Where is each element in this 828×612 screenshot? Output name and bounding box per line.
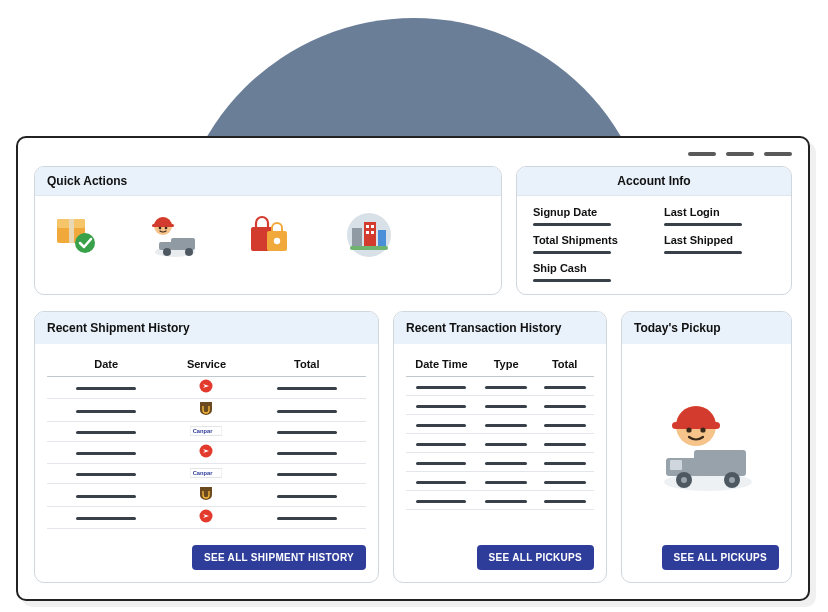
svg-rect-41 <box>672 422 720 429</box>
svg-rect-18 <box>364 222 376 248</box>
placeholder-line <box>76 517 136 520</box>
placeholder-line <box>76 452 136 455</box>
placeholder-line <box>544 500 586 503</box>
placeholder-line <box>485 443 527 446</box>
svg-rect-21 <box>371 225 374 228</box>
placeholder-line <box>485 386 527 389</box>
placeholder-line <box>277 452 337 455</box>
placeholder-line <box>544 386 586 389</box>
svg-rect-23 <box>371 231 374 234</box>
service-carrier-icon <box>190 510 222 522</box>
placeholder-line <box>544 462 586 465</box>
table-row[interactable] <box>406 472 594 491</box>
quick-action-shopping-icon[interactable] <box>241 210 301 260</box>
service-carrier-icon <box>190 487 222 499</box>
placeholder-line <box>664 223 742 226</box>
placeholder-line <box>416 500 466 503</box>
svg-point-7 <box>163 248 171 256</box>
placeholder-line <box>416 462 466 465</box>
svg-point-11 <box>159 227 162 230</box>
pickup-card: Today's Pickup <box>621 311 792 583</box>
table-row[interactable] <box>406 491 594 510</box>
app-window: Quick Actions <box>16 136 810 601</box>
transaction-table: Date Time Type Total <box>406 354 594 510</box>
svg-point-43 <box>700 427 705 432</box>
service-carrier-icon <box>190 445 222 457</box>
service-carrier-icon: Canpar <box>190 467 222 479</box>
account-item-label: Signup Date <box>533 206 644 218</box>
quick-action-city-icon[interactable] <box>339 210 399 260</box>
placeholder-line <box>76 410 136 413</box>
window-control-dash[interactable] <box>726 152 754 156</box>
window-control-dash[interactable] <box>688 152 716 156</box>
table-row[interactable] <box>406 434 594 453</box>
account-item-label: Last Shipped <box>664 234 775 246</box>
table-row[interactable] <box>47 442 366 464</box>
placeholder-line <box>277 387 337 390</box>
svg-rect-20 <box>366 225 369 228</box>
see-all-shipment-button[interactable]: SEE ALL SHIPMENT HISTORY <box>192 545 366 570</box>
table-row[interactable] <box>47 377 366 399</box>
account-info-title: Account Info <box>517 167 791 196</box>
see-all-pickups-button[interactable]: SEE ALL PICKUPS <box>662 545 779 570</box>
placeholder-line <box>416 386 466 389</box>
placeholder-line <box>485 500 527 503</box>
shipment-table: Date Service Total CanparCanpar <box>47 354 366 529</box>
shipment-history-card: Recent Shipment History Date Service Tot… <box>34 311 379 583</box>
table-row[interactable] <box>406 377 594 396</box>
pickup-title: Today's Pickup <box>622 312 791 344</box>
col-service: Service <box>165 354 247 377</box>
svg-text:Canpar: Canpar <box>193 428 214 434</box>
placeholder-line <box>277 517 337 520</box>
svg-point-15 <box>274 238 280 244</box>
placeholder-line <box>76 431 136 434</box>
transaction-history-card: Recent Transaction History Date Time Typ… <box>393 311 607 583</box>
placeholder-line <box>544 481 586 484</box>
service-carrier-icon <box>190 402 222 414</box>
svg-point-39 <box>729 477 735 483</box>
placeholder-line <box>533 251 611 254</box>
service-carrier-icon: Canpar <box>190 425 222 437</box>
col-date: Date <box>47 354 165 377</box>
transaction-history-title: Recent Transaction History <box>394 312 606 344</box>
table-row[interactable] <box>406 453 594 472</box>
placeholder-line <box>664 251 742 254</box>
col-type: Type <box>477 354 536 377</box>
courier-truck-icon <box>652 398 762 498</box>
table-row[interactable]: Canpar <box>47 422 366 442</box>
svg-point-42 <box>686 427 691 432</box>
placeholder-line <box>533 279 611 282</box>
see-all-transactions-button[interactable]: SEE ALL PICKUPS <box>477 545 594 570</box>
table-row[interactable] <box>406 396 594 415</box>
placeholder-line <box>485 424 527 427</box>
svg-text:Canpar: Canpar <box>193 470 214 476</box>
placeholder-line <box>416 481 466 484</box>
svg-point-3 <box>75 233 95 253</box>
placeholder-line <box>544 405 586 408</box>
placeholder-line <box>277 473 337 476</box>
window-controls <box>34 152 792 156</box>
table-row[interactable] <box>47 484 366 507</box>
svg-rect-5 <box>171 238 195 250</box>
account-item-label: Ship Cash <box>533 262 644 274</box>
quick-action-courier-icon[interactable] <box>143 210 203 260</box>
table-row[interactable] <box>406 415 594 434</box>
quick-action-package-icon[interactable] <box>45 210 105 260</box>
svg-rect-24 <box>350 246 388 250</box>
col-total: Total <box>535 354 594 377</box>
account-total-shipments: Total Shipments <box>533 234 644 254</box>
placeholder-line <box>277 431 337 434</box>
table-row[interactable] <box>47 507 366 529</box>
window-control-dash[interactable] <box>764 152 792 156</box>
svg-rect-17 <box>352 228 362 248</box>
account-last-shipped: Last Shipped <box>664 234 775 254</box>
table-row[interactable]: Canpar <box>47 464 366 484</box>
placeholder-line <box>485 481 527 484</box>
svg-rect-22 <box>366 231 369 234</box>
placeholder-line <box>533 223 611 226</box>
placeholder-line <box>544 443 586 446</box>
account-item-label: Total Shipments <box>533 234 644 246</box>
svg-rect-10 <box>152 224 174 227</box>
placeholder-line <box>416 405 466 408</box>
table-row[interactable] <box>47 399 366 422</box>
